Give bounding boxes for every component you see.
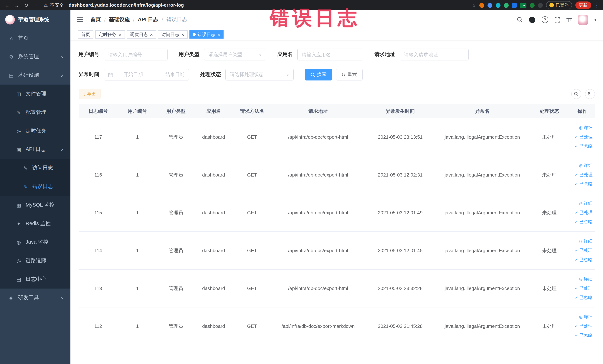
cell-status: 未处理 — [529, 194, 570, 232]
app-logo[interactable]: 芋道管理系统 — [0, 10, 70, 29]
mark-ignored-link[interactable]: ✓ 已忽略 — [575, 332, 593, 339]
close-icon[interactable]: × — [119, 32, 121, 37]
mark-ignored-link[interactable]: ✓ 已忽略 — [575, 181, 593, 187]
breadcrumb-item[interactable]: 基础设施 — [109, 16, 130, 23]
extension-on-badge-icon[interactable]: on — [520, 3, 526, 8]
tab-schedule-log[interactable]: 调度日志 × — [127, 30, 156, 39]
extension-icon[interactable] — [538, 3, 543, 8]
eye-icon: ◎ — [579, 164, 583, 168]
close-icon[interactable]: × — [218, 32, 220, 37]
sidebar-item-trace[interactable]: ◎ 链路追踪 — [0, 251, 70, 270]
sidebar-item-dev-tools[interactable]: ◈ 研发工具 ∨ — [0, 289, 70, 307]
breadcrumb-item[interactable]: 首页 — [91, 16, 101, 23]
refresh-button[interactable]: ↻ — [585, 89, 595, 99]
reload-icon[interactable]: ↻ — [23, 2, 30, 8]
detail-link[interactable]: ◎ 详细 — [579, 200, 593, 207]
mark-ignored-link[interactable]: ✓ 已忽略 — [575, 143, 593, 150]
address-bar[interactable]: ⚠ 不安全 dashboard.yudao.iocoder.cn/infra/l… — [44, 2, 184, 8]
mark-processed-link[interactable]: ✓ 已处理 — [575, 134, 593, 140]
search-icon[interactable] — [517, 17, 523, 23]
sidebar-item-log-center[interactable]: ▤ 日志中心 — [0, 270, 70, 289]
home-icon[interactable]: ⌂ — [33, 2, 39, 8]
extension-icon[interactable] — [479, 3, 484, 8]
java-icon: ◍ — [16, 239, 22, 245]
app-name-input[interactable] — [297, 48, 363, 60]
update-button[interactable]: 更新 — [575, 1, 591, 9]
github-icon[interactable] — [529, 16, 535, 23]
avatar[interactable] — [578, 15, 588, 25]
user-type-select[interactable]: 请选择用户类型 ∨ — [204, 48, 266, 60]
extension-icon[interactable] — [512, 3, 517, 8]
sidebar-item-file-management[interactable]: ◫ 文件管理 — [0, 84, 70, 103]
reset-button[interactable]: ↻ 重置 — [336, 69, 363, 81]
mark-ignored-link[interactable]: ✓ 已忽略 — [575, 219, 593, 225]
sidebar-item-scheduled-tasks[interactable]: ◷ 定时任务 — [0, 122, 70, 140]
tab-access-log[interactable]: 访问日志 × — [158, 30, 187, 39]
action-label: 详细 — [584, 125, 593, 131]
mark-processed-link[interactable]: ✓ 已处理 — [575, 210, 593, 216]
font-size-icon[interactable]: TT — [567, 16, 572, 23]
back-icon[interactable]: ← — [4, 2, 10, 8]
sidebar-item-api-log[interactable]: ▣ API 日志 ∧ — [0, 140, 70, 159]
mark-processed-link[interactable]: ✓ 已处理 — [575, 323, 593, 329]
browser-menu-icon[interactable]: ⋮ — [594, 2, 599, 8]
sidebar-item-system-management[interactable]: ⚙ 系统管理 ∨ — [0, 47, 70, 66]
caret-down-icon[interactable]: ▾ — [594, 18, 596, 22]
detail-link[interactable]: ◎ 详细 — [579, 125, 593, 131]
forward-icon[interactable]: → — [13, 2, 20, 8]
exception-time-range-picker[interactable]: 开始日期 - 结束日期 — [104, 69, 189, 81]
tab-home[interactable]: 首页 — [78, 30, 93, 39]
sidebar-item-access-log[interactable]: ✎ 访问日志 — [0, 159, 70, 177]
help-icon[interactable]: ? — [542, 16, 548, 23]
check-icon: ✓ — [575, 182, 578, 186]
export-button[interactable]: ↓ 导出 — [79, 89, 100, 99]
mark-processed-link[interactable]: ✓ 已处理 — [575, 172, 593, 178]
sidebar-item-error-log[interactable]: ✎ 错误日志 — [0, 177, 70, 196]
mark-processed-link[interactable]: ✓ 已处理 — [575, 247, 593, 254]
mark-processed-link[interactable]: ✓ 已处理 — [575, 285, 593, 292]
sidebar-item-redis-monitor[interactable]: ✦ Redis 监控 — [0, 214, 70, 233]
smiley-icon — [549, 3, 554, 7]
extension-icon[interactable] — [504, 3, 509, 8]
sidebar-item-mysql-monitor[interactable]: ▦ MySQL 监控 — [0, 196, 70, 214]
request-url-input[interactable] — [400, 48, 469, 60]
process-status-select[interactable]: 请选择处理状态 ∨ — [225, 69, 294, 81]
paused-button[interactable]: 已暂停 — [546, 1, 572, 9]
cell-app-name: dashboard — [195, 194, 232, 232]
mark-ignored-link[interactable]: ✓ 已忽略 — [575, 257, 593, 263]
user-id-input[interactable] — [104, 48, 168, 60]
cell-user-id: 1 — [118, 156, 157, 194]
sidebar-item-infrastructure[interactable]: ▤ 基础设施 ∧ — [0, 66, 70, 84]
cell-status: 未处理 — [529, 232, 570, 270]
sidebar-item-label: Redis 监控 — [26, 220, 51, 227]
close-icon[interactable]: × — [150, 32, 153, 37]
tools-icon: ◈ — [8, 295, 14, 301]
toggle-search-button[interactable] — [571, 89, 581, 99]
search-button[interactable]: 搜索 — [305, 69, 332, 81]
sidebar-collapse-icon[interactable] — [77, 19, 83, 20]
detail-link[interactable]: ◎ 详细 — [579, 163, 593, 169]
extension-icon[interactable] — [496, 3, 500, 8]
sidebar-item-home[interactable]: ⌂ 首页 — [0, 29, 70, 47]
filter-row-1: 用户编号 用户类型 请选择用户类型 ∨ 应用名 — [79, 48, 595, 60]
tab-error-log[interactable]: 错误日志 × — [189, 30, 224, 39]
extension-icon[interactable] — [487, 3, 492, 8]
breadcrumb-item[interactable]: API 日志 — [138, 16, 158, 23]
detail-link[interactable]: ◎ 详细 — [579, 276, 593, 282]
url-text: dashboard.yudao.iocoder.cn/infra/log/api… — [69, 3, 184, 8]
fullscreen-icon[interactable] — [555, 17, 560, 23]
close-icon[interactable]: × — [181, 32, 184, 37]
sidebar-item-config-management[interactable]: ✎ 配置管理 — [0, 103, 70, 122]
cell-time: 2021-05-02 23:32:28 — [365, 270, 436, 307]
bookmark-star-icon[interactable]: ☆ — [472, 2, 476, 8]
detail-link[interactable]: ◎ 详细 — [579, 238, 593, 244]
chevron-down-icon: ∨ — [286, 73, 289, 76]
detail-link[interactable]: ◎ 详细 — [579, 314, 593, 320]
tab-scheduled-tasks[interactable]: 定时任务 × — [95, 30, 125, 39]
tab-label: 首页 — [81, 31, 90, 38]
edit-icon: ✎ — [16, 110, 22, 115]
sidebar-item-java-monitor[interactable]: ◍ Java 监控 — [0, 233, 70, 251]
extension-icon[interactable] — [530, 3, 534, 8]
cell-method: GET — [232, 232, 272, 270]
mark-ignored-link[interactable]: ✓ 已忽略 — [575, 294, 593, 301]
